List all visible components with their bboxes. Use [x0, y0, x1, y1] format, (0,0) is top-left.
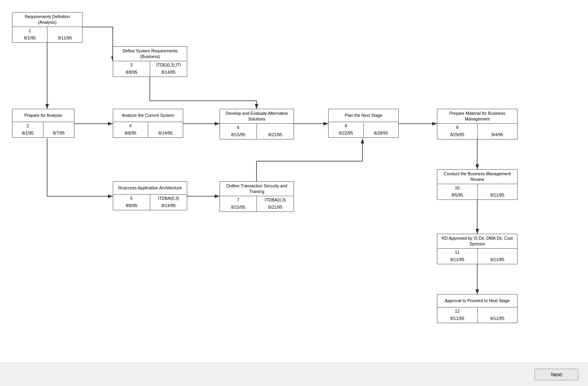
node-3-start: 8/8/95 — [113, 68, 150, 77]
node-7: Outline Transaction Security and Trainin… — [219, 181, 294, 212]
node-3-title: Define System Requirements (Business) — [113, 47, 187, 61]
node-7-id: 7 — [220, 196, 257, 203]
node-9-id: 9 — [437, 124, 478, 131]
node-11: RD Approved by IS Dir, DMA Dir, Cust Spo… — [437, 234, 518, 264]
node-2-id: 2 — [12, 122, 43, 129]
node-1-id: 1 — [12, 27, 48, 34]
node-12-end: 9/11/95 — [478, 315, 518, 323]
node-5-end: 8/14/95 — [150, 202, 187, 210]
node-2-start: 8/1/95 — [12, 129, 43, 137]
node-6-id2 — [257, 124, 294, 131]
node-1: Requirements Definition (Analysis) 1 8/1… — [12, 12, 83, 43]
node-12-id: 12 — [437, 307, 478, 315]
node-3: Define System Requirements (Business) 3 … — [113, 46, 187, 77]
bottom-bar: Next — [0, 363, 588, 386]
node-4-start: 8/8/95 — [113, 129, 148, 137]
node-10: Conduct the Business Management Review 1… — [437, 169, 518, 200]
node-9-title: Prepare Material for Business Management — [437, 109, 517, 124]
node-9-start: 8/29/95 — [437, 131, 478, 139]
node-8-end: 8/28/95 — [364, 129, 398, 137]
node-9-id2 — [478, 124, 518, 131]
node-4-title: Analyze the Current System — [113, 109, 183, 122]
node-3-end: 8/14/95 — [150, 68, 187, 77]
node-12-start: 9/11/95 — [437, 315, 478, 323]
node-8-start: 8/22/95 — [329, 129, 364, 137]
node-12-id2 — [478, 307, 518, 315]
node-2-end: 8/7/95 — [43, 129, 74, 137]
node-4-id2 — [148, 122, 183, 129]
node-7-id2: ITDBA(0,3) — [257, 196, 294, 203]
node-8-id: 8 — [329, 122, 364, 129]
node-6-id: 6 — [220, 124, 257, 131]
node-5-title: Rcaccess Application Architecture — [113, 182, 187, 195]
node-11-start: 9/11/95 — [437, 256, 478, 264]
node-5-id: 5 — [113, 195, 150, 202]
node-6-title: Develop and Evaluate Alternative Solutio… — [220, 109, 294, 124]
node-12: Approval to Proceed to Next Stage 12 9/1… — [437, 294, 518, 323]
node-6-start: 8/15/95 — [220, 131, 257, 139]
node-11-id: 11 — [437, 249, 478, 256]
node-7-title: Outline Transaction Security and Trainin… — [220, 182, 294, 196]
node-6: Develop and Evaluate Alternative Solutio… — [219, 109, 294, 139]
node-1-id2 — [48, 27, 82, 34]
next-button[interactable]: Next — [534, 369, 578, 380]
node-8-title: Plan the Next Stage — [329, 109, 398, 122]
node-12-title: Approval to Proceed to Next Stage — [437, 295, 517, 307]
node-2: Prepare for Analysis 2 8/1/95 8/7/95 — [12, 109, 75, 138]
node-8: Plan the Next Stage 8 8/22/95 8/28/95 — [328, 109, 399, 138]
node-3-id2: ITDE(0,3),ITI — [150, 61, 187, 68]
node-10-end: 9/11/95 — [478, 191, 518, 199]
diagram-container: Requirements Definition (Analysis) 1 8/1… — [0, 0, 588, 363]
node-4-end: 8/14/95 — [148, 129, 183, 137]
node-2-title: Prepare for Analysis — [12, 109, 74, 122]
node-8-id2 — [364, 122, 398, 129]
node-11-id2 — [478, 249, 518, 256]
node-10-start: 9/5/95 — [437, 191, 478, 199]
node-11-end: 9/11/95 — [478, 256, 518, 264]
node-11-title: RD Approved by IS Dir, DMA Dir, Cust Spo… — [437, 234, 517, 249]
node-3-id: 3 — [113, 61, 150, 68]
node-9-end: 9/4/95 — [478, 131, 518, 139]
node-10-title: Conduct the Business Management Review — [437, 170, 517, 184]
node-5: Rcaccess Application Architecture 5 ITDB… — [113, 181, 187, 210]
node-10-id2 — [478, 184, 518, 191]
node-5-id2: ITDBA(0,3) — [150, 195, 187, 202]
node-1-title: Requirements Definition (Analysis) — [12, 12, 82, 27]
node-1-start: 8/1/95 — [12, 34, 48, 42]
node-6-end: 8/21/95 — [257, 131, 294, 139]
node-9: Prepare Material for Business Management… — [437, 109, 518, 139]
node-7-start: 8/15/95 — [220, 203, 257, 212]
node-2-id2 — [43, 122, 74, 129]
node-10-id: 10 — [437, 184, 478, 191]
node-7-end: 8/21/95 — [257, 203, 294, 212]
node-1-end: 9/11/95 — [48, 34, 82, 42]
node-4-id: 4 — [113, 122, 148, 129]
node-5-start: 8/8/95 — [113, 202, 150, 210]
node-4: Analyze the Current System 4 8/8/95 8/14… — [113, 109, 183, 138]
